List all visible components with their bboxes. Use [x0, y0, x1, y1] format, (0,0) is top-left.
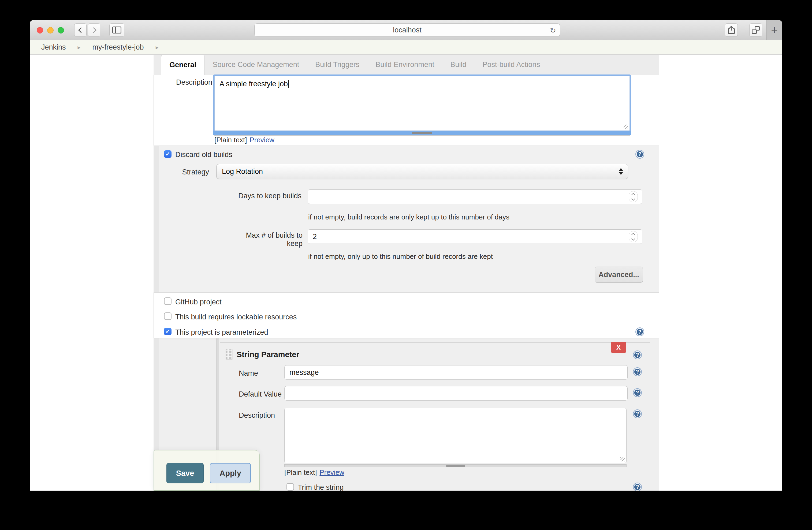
browser-toolbar: localhost ↻ +: [30, 20, 782, 40]
number-stepper[interactable]: [629, 231, 638, 242]
drag-handle-icon[interactable]: [226, 349, 232, 359]
tab-source-code-management[interactable]: Source Code Management: [205, 55, 307, 75]
share-button[interactable]: [725, 23, 738, 37]
forward-button[interactable]: [88, 23, 100, 37]
sidebar-toggle-button[interactable]: [109, 23, 124, 37]
help-icon[interactable]: ?: [635, 327, 644, 336]
breadcrumb-separator-icon: ▸: [156, 44, 159, 51]
text-caret: [288, 80, 289, 88]
help-icon[interactable]: ?: [633, 409, 642, 418]
help-icon[interactable]: ?: [635, 150, 644, 159]
tab-build[interactable]: Build: [442, 55, 474, 75]
sidebar-icon: [112, 27, 121, 33]
plain-text-note: [Plain text]: [284, 468, 317, 477]
number-stepper[interactable]: [629, 191, 638, 202]
description-text: A simple freestyle job: [219, 80, 288, 88]
days-help-text: if not empty, build records are only kep…: [308, 213, 509, 221]
advanced-button[interactable]: Advanced...: [595, 267, 643, 283]
url-text: localhost: [393, 26, 422, 34]
config-tab-bar: General Source Code Management Build Tri…: [154, 55, 659, 75]
param-default-label: Default Value: [239, 390, 282, 398]
plain-text-note: [Plain text]: [214, 136, 247, 144]
strategy-label: Strategy: [172, 168, 209, 176]
description-textarea[interactable]: A simple freestyle job: [214, 76, 630, 131]
save-apply-panel: Save Apply: [154, 450, 260, 491]
breadcrumb: Jenkins ▸ my-freestyle-job ▸: [30, 40, 782, 55]
preview-link[interactable]: Preview: [249, 136, 274, 144]
textarea-drag-bar[interactable]: [213, 131, 631, 135]
help-icon[interactable]: ?: [633, 367, 642, 376]
parameter-type-title: String Parameter: [237, 350, 299, 359]
help-icon[interactable]: ?: [633, 351, 642, 359]
tab-general[interactable]: General: [161, 55, 205, 75]
delete-parameter-button[interactable]: X: [611, 342, 626, 353]
max-builds-value: 2: [313, 233, 317, 241]
tab-build-triggers[interactable]: Build Triggers: [307, 55, 367, 75]
lockable-resources-checkbox[interactable]: [164, 312, 172, 320]
forward-icon: [90, 27, 96, 33]
help-icon[interactable]: ?: [633, 388, 642, 397]
minimize-window-icon[interactable]: [47, 27, 54, 33]
textarea-drag-bar[interactable]: [284, 465, 626, 467]
new-tab-button[interactable]: +: [766, 20, 782, 40]
param-name-label: Name: [239, 369, 258, 378]
trim-string-label: Trim the string: [298, 483, 344, 491]
days-to-keep-label: Days to keep builds: [231, 192, 302, 200]
tab-build-environment[interactable]: Build Environment: [367, 55, 442, 75]
url-field[interactable]: localhost ↻: [254, 23, 560, 37]
strategy-value: Log Rotation: [222, 167, 263, 176]
tab-overview-button[interactable]: [749, 23, 762, 37]
days-to-keep-input[interactable]: [308, 189, 642, 204]
close-window-icon[interactable]: [37, 27, 43, 33]
github-project-checkbox[interactable]: [164, 297, 172, 305]
description-label: Description: [175, 78, 212, 87]
save-button[interactable]: Save: [166, 463, 204, 483]
param-default-input[interactable]: [284, 386, 628, 401]
max-help-text: if not empty, only up to this number of …: [308, 252, 493, 261]
github-project-label: GitHub project: [175, 298, 222, 306]
textarea-underline: [214, 135, 630, 136]
browser-window: localhost ↻ + Jenkins ▸ my-freestyle-job…: [30, 20, 782, 491]
share-icon: [727, 26, 735, 34]
help-icon[interactable]: ?: [633, 483, 642, 491]
select-arrows-icon: [619, 168, 623, 175]
breadcrumb-item-job[interactable]: my-freestyle-job: [92, 43, 144, 51]
discard-old-builds-label: Discard old builds: [175, 151, 232, 159]
zoom-window-icon[interactable]: [58, 27, 64, 33]
trim-string-checkbox[interactable]: [287, 483, 294, 491]
reload-icon[interactable]: ↻: [550, 26, 556, 35]
lockable-resources-label: This build requires lockable resources: [175, 313, 297, 321]
preview-link[interactable]: Preview: [319, 468, 344, 477]
back-button[interactable]: [74, 23, 87, 37]
discard-old-builds-checkbox[interactable]: ✓: [164, 150, 172, 158]
strategy-select[interactable]: Log Rotation: [216, 164, 628, 179]
apply-button[interactable]: Apply: [210, 463, 251, 483]
breadcrumb-separator-icon: ▸: [78, 44, 81, 51]
tab-post-build-actions[interactable]: Post-build Actions: [475, 55, 548, 75]
param-name-input[interactable]: [284, 365, 628, 380]
breadcrumb-item-jenkins[interactable]: Jenkins: [41, 43, 66, 51]
param-description-textarea[interactable]: [284, 408, 626, 463]
textarea-resize-grip[interactable]: [624, 124, 628, 129]
back-icon: [78, 27, 84, 33]
section-gutter: [154, 146, 159, 292]
parameterized-checkbox[interactable]: ✓: [164, 328, 172, 335]
textarea-resize-grip[interactable]: [620, 457, 625, 461]
param-description-label: Description: [239, 411, 275, 419]
max-builds-input[interactable]: 2: [308, 230, 642, 244]
max-builds-label: Max # of builds to keep: [231, 231, 303, 248]
parameterized-label: This project is parameterized: [175, 328, 268, 337]
tab-overview-icon: [752, 26, 760, 34]
